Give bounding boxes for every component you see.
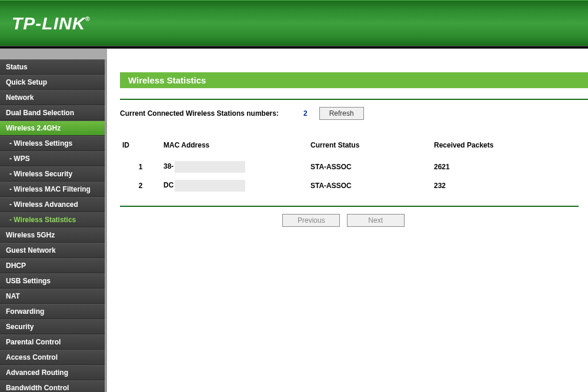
sidebar-item[interactable]: Access Control bbox=[0, 350, 105, 365]
refresh-button[interactable]: Refresh bbox=[319, 107, 364, 120]
sidebar-item[interactable]: Network bbox=[0, 90, 105, 105]
sidebar-item[interactable]: USB Settings bbox=[0, 273, 105, 289]
table-header-row: ID MAC Address Current Status Received P… bbox=[120, 138, 567, 158]
sidebar-subitem[interactable]: - Wireless Advanced bbox=[0, 197, 105, 212]
cell-status: STA-ASSOC bbox=[308, 176, 432, 195]
header-packets: Received Packets bbox=[432, 138, 567, 158]
mac-prefix: 38- bbox=[163, 162, 173, 170]
header-id: ID bbox=[120, 138, 161, 158]
divider-bottom bbox=[120, 206, 579, 207]
table-row: 2DCSTA-ASSOC232 bbox=[120, 176, 567, 195]
header-status: Current Status bbox=[308, 138, 432, 158]
sidebar-subitem[interactable]: - WPS bbox=[0, 151, 105, 166]
cell-packets: 232 bbox=[432, 176, 567, 195]
sidebar-item[interactable]: Wireless 2.4GHz bbox=[0, 120, 105, 136]
sidebar-item[interactable]: Security bbox=[0, 319, 105, 334]
cell-id: 2 bbox=[120, 176, 161, 195]
header-banner: TP-LINK® bbox=[0, 0, 588, 46]
sidebar-subitem[interactable]: - Wireless MAC Filtering bbox=[0, 182, 105, 197]
sidebar-subitem[interactable]: - Wireless Settings bbox=[0, 136, 105, 151]
stats-count: 2 bbox=[303, 109, 308, 118]
mac-redacted bbox=[175, 180, 245, 192]
cell-packets: 2621 bbox=[432, 158, 567, 176]
cell-mac: DC bbox=[161, 176, 308, 195]
mac-redacted bbox=[175, 161, 245, 173]
main-content: Wireless Statistics Current Connected Wi… bbox=[107, 49, 588, 392]
cell-status: STA-ASSOC bbox=[308, 158, 432, 176]
divider-top bbox=[120, 99, 588, 100]
stats-label: Current Connected Wireless Stations numb… bbox=[120, 109, 279, 118]
stats-row: Current Connected Wireless Stations numb… bbox=[120, 107, 588, 120]
sidebar-item[interactable]: Wireless 5GHz bbox=[0, 227, 105, 243]
sidebar-item[interactable]: Guest Network bbox=[0, 243, 105, 258]
sidebar-item[interactable]: Status bbox=[0, 59, 105, 75]
sidebar-item[interactable]: Dual Band Selection bbox=[0, 105, 105, 120]
header-mac: MAC Address bbox=[161, 138, 308, 158]
sidebar-item[interactable]: Advanced Routing bbox=[0, 365, 105, 380]
sidebar-subitem[interactable]: - Wireless Statistics bbox=[0, 212, 105, 227]
sidebar-item[interactable]: DHCP bbox=[0, 258, 105, 273]
table-row: 138-STA-ASSOC2621 bbox=[120, 158, 567, 176]
sidebar-item[interactable]: Forwarding bbox=[0, 304, 105, 319]
sidebar-subitem[interactable]: - Wireless Security bbox=[0, 166, 105, 182]
cell-mac: 38- bbox=[161, 158, 308, 176]
mac-prefix: DC bbox=[163, 181, 173, 189]
page-title: Wireless Statistics bbox=[120, 72, 588, 88]
brand-text: TP-LINK bbox=[12, 14, 85, 33]
sidebar-item[interactable]: NAT bbox=[0, 289, 105, 304]
brand-logo: TP-LINK® bbox=[12, 14, 91, 33]
sidebar-gap bbox=[0, 49, 105, 59]
cell-id: 1 bbox=[120, 158, 161, 176]
next-button[interactable]: Next bbox=[347, 214, 405, 227]
sidebar-item[interactable]: Bandwidth Control bbox=[0, 380, 105, 392]
sidebar-item[interactable]: Parental Control bbox=[0, 334, 105, 350]
stations-table: ID MAC Address Current Status Received P… bbox=[120, 138, 567, 195]
previous-button[interactable]: Previous bbox=[282, 214, 340, 227]
sidebar-item[interactable]: Quick Setup bbox=[0, 75, 105, 90]
pager: Previous Next bbox=[120, 214, 567, 227]
sidebar: StatusQuick SetupNetworkDual Band Select… bbox=[0, 49, 105, 392]
